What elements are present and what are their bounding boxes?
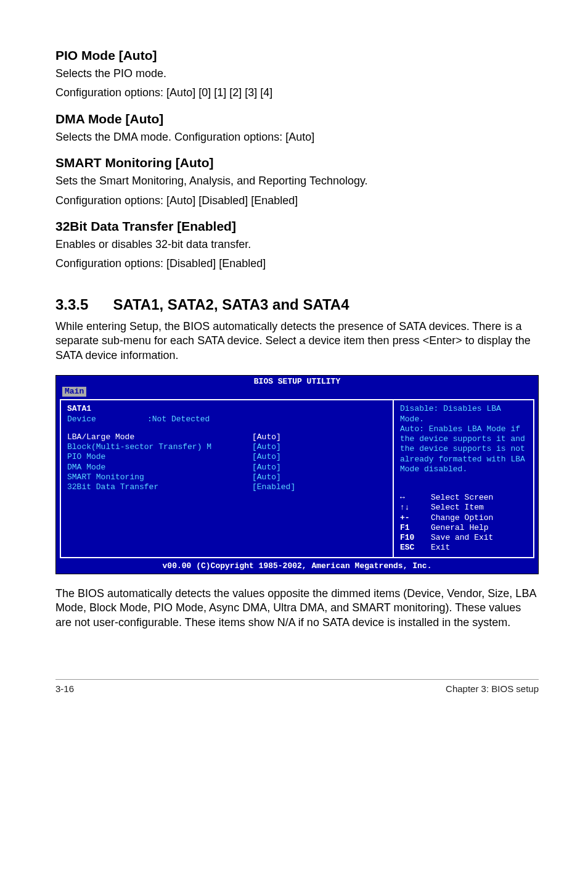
bios-option-value: [Auto]: [252, 442, 281, 452]
bios-nav-row: ↔Select Screen: [400, 493, 527, 503]
bios-option-value: [Auto]: [252, 472, 281, 482]
text-smart-2: Configuration options: [Auto] [Disabled]…: [55, 194, 539, 208]
bios-nav-key: +-: [400, 513, 431, 523]
bios-nav-key: ↔: [400, 493, 431, 503]
bios-option-value: [Auto]: [252, 452, 281, 462]
bios-copyright: v00.00 (C)Copyright 1985-2002, American …: [56, 561, 538, 574]
bios-nav-row: F10Save and Exit: [400, 533, 527, 543]
bios-screenshot: BIOS SETUP UTILITY Main SATA1 Device :No…: [55, 375, 539, 574]
bios-nav-text: Change Option: [431, 513, 493, 523]
heading-dma-mode: DMA Mode [Auto]: [55, 112, 539, 126]
text-dma-1: Selects the DMA mode. Configuration opti…: [55, 130, 539, 144]
bios-nav-text: Select Item: [431, 503, 484, 513]
bios-tab-row: Main: [56, 387, 538, 399]
bios-option-value: [Auto]: [252, 432, 281, 442]
text-32bit-1: Enables or disables 32-bit data transfer…: [55, 237, 539, 252]
footer-page-number: 3-16: [55, 683, 74, 694]
post-bios-paragraph: The BIOS automatically detects the value…: [55, 587, 539, 630]
bios-option-row[interactable]: 32Bit Data Transfer[Enabled]: [67, 482, 386, 492]
bios-option-value: [Enabled]: [252, 482, 295, 492]
bios-nav-text: Save and Exit: [431, 533, 493, 543]
heading-32bit: 32Bit Data Transfer [Enabled]: [55, 219, 539, 234]
text-smart-1: Sets the Smart Monitoring, Analysis, and…: [55, 174, 539, 188]
subsection-number: 3.3.5: [55, 296, 88, 313]
text-pio-2: Configuration options: [Auto] [0] [1] [2…: [55, 86, 539, 100]
text-32bit-2: Configuration options: [Disabled] [Enabl…: [55, 257, 539, 271]
bios-right-pane: Disable: Disables LBA Mode. Auto: Enable…: [393, 399, 534, 558]
bios-nav-key: ↑↓: [400, 503, 431, 513]
bios-option-label: PIO Mode: [67, 452, 252, 462]
heading-pio-mode: PIO Mode [Auto]: [55, 48, 539, 63]
bios-option-row[interactable]: Block(Multi-sector Transfer) M[Auto]: [67, 442, 386, 452]
bios-option-row[interactable]: DMA Mode[Auto]: [67, 463, 386, 472]
subsection-title: SATA1, SATA2, SATA3 and SATA4: [113, 296, 349, 313]
bios-option-label: 32Bit Data Transfer: [67, 482, 252, 492]
bios-option-label: SMART Monitoring: [67, 472, 252, 482]
bios-option-label: Block(Multi-sector Transfer) M: [67, 442, 252, 452]
heading-smart: SMART Monitoring [Auto]: [55, 155, 539, 170]
bios-nav-row: ESCExit: [400, 543, 527, 553]
bios-nav-text: General Help: [431, 523, 489, 533]
bios-option-row[interactable]: PIO Mode[Auto]: [67, 452, 386, 462]
footer-chapter: Chapter 3: BIOS setup: [446, 683, 539, 694]
bios-title: BIOS SETUP UTILITY: [56, 376, 538, 387]
bios-option-row[interactable]: LBA/Large Mode[Auto]: [67, 432, 386, 442]
bios-help-text: Disable: Disables LBA Mode. Auto: Enable…: [400, 404, 527, 474]
text-pio-1: Selects the PIO mode.: [55, 67, 539, 81]
bios-nav-key: ESC: [400, 543, 431, 553]
bios-option-label: LBA/Large Mode: [67, 432, 252, 442]
subsection-intro: While entering Setup, the BIOS automatic…: [55, 320, 539, 363]
bios-device-value: :Not Detected: [147, 415, 210, 424]
footer-divider: [55, 679, 539, 680]
bios-tab-main[interactable]: Main: [62, 387, 86, 397]
bios-nav-row: F1General Help: [400, 523, 527, 533]
bios-nav-block: ↔Select Screen↑↓Select Item+-Change Opti…: [400, 493, 527, 553]
bios-nav-key: F1: [400, 523, 431, 533]
bios-option-row[interactable]: SMART Monitoring[Auto]: [67, 472, 386, 482]
bios-nav-row: ↑↓Select Item: [400, 503, 527, 513]
subsection-heading: 3.3.5SATA1, SATA2, SATA3 and SATA4: [55, 296, 539, 313]
bios-option-value: [Auto]: [252, 463, 281, 472]
page-footer: 3-16 Chapter 3: BIOS setup: [55, 683, 539, 706]
bios-left-pane: SATA1 Device :Not Detected LBA/Large Mod…: [60, 399, 393, 558]
bios-nav-text: Exit: [431, 543, 450, 553]
bios-sata-header: SATA1: [67, 404, 386, 414]
bios-nav-row: +-Change Option: [400, 513, 527, 523]
bios-nav-key: F10: [400, 533, 431, 543]
bios-nav-text: Select Screen: [431, 493, 493, 503]
bios-option-label: DMA Mode: [67, 463, 252, 472]
